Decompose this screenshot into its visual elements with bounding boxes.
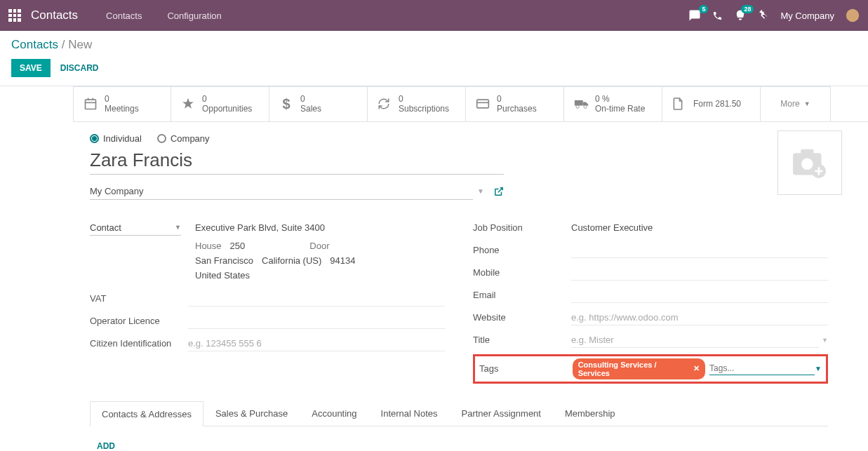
job-label: Job Position	[473, 222, 571, 233]
tag-chip[interactable]: Consulting Services / Services ✕	[573, 358, 705, 379]
radio-unchecked-icon	[157, 134, 166, 143]
image-upload[interactable]	[777, 130, 842, 195]
tags-input[interactable]	[709, 362, 815, 375]
phone-label: Phone	[473, 245, 571, 255]
stat-ontime[interactable]: 0 %On-time Rate	[564, 86, 662, 121]
tab-contacts-addresses[interactable]: Contacts & Addresses	[90, 401, 203, 426]
nav-link-contacts[interactable]: Contacts	[96, 11, 152, 21]
name-input[interactable]	[90, 148, 504, 175]
radio-individual[interactable]: Individual	[90, 133, 142, 144]
website-label: Website	[473, 312, 571, 323]
address-type-select[interactable]: Contact ▼	[90, 220, 181, 236]
svg-point-9	[584, 106, 587, 109]
phone-input[interactable]	[571, 243, 828, 258]
mobile-input[interactable]	[571, 265, 828, 281]
external-link-icon[interactable]	[494, 187, 504, 196]
svg-point-8	[576, 106, 579, 109]
stat-row: 0Meetings 0Opportunities $ 0Sales 0Subsc…	[73, 86, 868, 122]
user-avatar[interactable]	[846, 8, 860, 22]
mobile-label: Mobile	[473, 267, 571, 278]
tab-internal-notes[interactable]: Internal Notes	[369, 400, 450, 426]
svg-rect-5	[477, 100, 489, 109]
city-value[interactable]: San Francisco	[195, 255, 253, 266]
website-input[interactable]	[571, 310, 828, 325]
company-switcher[interactable]: My Company	[780, 11, 834, 21]
chevron-down-icon[interactable]: ▼	[815, 365, 822, 372]
phone-icon[interactable]	[712, 11, 723, 21]
breadcrumb: Contacts / New	[11, 38, 857, 52]
card-icon	[476, 98, 490, 109]
stat-subscriptions[interactable]: 0Subscriptions	[368, 86, 466, 121]
vat-label: VAT	[90, 293, 188, 304]
vat-input[interactable]	[188, 291, 445, 307]
stat-more[interactable]: More ▼	[761, 86, 831, 121]
dollar-icon: $	[279, 96, 293, 112]
form-sheet: Individual Company My Company ▼ Contact …	[73, 122, 845, 451]
chevron-down-icon: ▼	[804, 100, 810, 107]
street-value[interactable]: Executive Park Blvd, Suite 3400	[195, 222, 445, 233]
chevron-down-icon: ▼	[822, 337, 828, 344]
apps-icon[interactable]	[8, 9, 21, 22]
tab-sales-purchase[interactable]: Sales & Purchase	[203, 400, 300, 426]
stat-form281[interactable]: Form 281.50	[662, 86, 761, 121]
svg-point-0	[846, 9, 859, 22]
tab-partner-assignment[interactable]: Partner Assignment	[450, 400, 553, 426]
tags-label: Tags	[479, 363, 573, 374]
radio-company[interactable]: Company	[157, 133, 210, 144]
activities-icon[interactable]: 28	[734, 9, 747, 22]
country-value[interactable]: United States	[195, 270, 250, 281]
add-button[interactable]: ADD	[97, 441, 115, 451]
operator-input[interactable]	[188, 314, 445, 329]
save-button[interactable]: SAVE	[11, 59, 51, 77]
svg-rect-1	[86, 100, 96, 109]
navbar: Contacts Contacts Configuration 5 28 My …	[0, 0, 868, 31]
title-input[interactable]	[571, 332, 819, 348]
refresh-icon	[378, 97, 392, 110]
chevron-down-icon: ▼	[477, 187, 484, 195]
svg-point-12	[801, 158, 813, 170]
email-label: Email	[473, 290, 571, 300]
state-value[interactable]: California (US)	[262, 255, 321, 266]
discard-button[interactable]: DISCARD	[60, 63, 99, 73]
stat-purchases[interactable]: 0Purchases	[466, 86, 564, 121]
star-icon	[181, 97, 195, 111]
calendar-icon	[84, 97, 98, 111]
tab-membership[interactable]: Membership	[553, 400, 627, 426]
email-input[interactable]	[571, 288, 828, 303]
control-panel: Contacts / New SAVE DISCARD	[0, 31, 868, 86]
citizen-label: Citizen Identification	[90, 338, 188, 349]
settings-icon[interactable]	[758, 10, 769, 21]
house-value[interactable]: 250	[230, 241, 246, 251]
tag-remove-icon[interactable]: ✕	[693, 364, 700, 373]
truck-icon	[574, 98, 588, 109]
job-value[interactable]: Customer Executive	[571, 222, 828, 233]
radio-checked-icon	[90, 134, 99, 143]
messaging-icon[interactable]: 5	[688, 9, 701, 22]
operator-label: Operator Licence	[90, 316, 188, 326]
breadcrumb-current: New	[68, 38, 92, 51]
stat-sales[interactable]: $ 0Sales	[269, 86, 368, 121]
svg-rect-7	[575, 100, 583, 106]
tags-field-highlight: Tags Consulting Services / Services ✕ ▼	[473, 354, 828, 384]
messaging-badge: 5	[699, 5, 708, 13]
svg-rect-11	[801, 149, 813, 155]
stat-meetings[interactable]: 0Meetings	[73, 86, 171, 121]
file-icon	[672, 97, 686, 111]
tab-accounting[interactable]: Accounting	[300, 400, 368, 426]
app-brand: Contacts	[31, 8, 78, 22]
stat-opportunities[interactable]: 0Opportunities	[171, 86, 269, 121]
breadcrumb-root[interactable]: Contacts	[11, 38, 58, 51]
chevron-down-icon: ▼	[175, 224, 181, 231]
tabs: Contacts & Addresses Sales & Purchase Ac…	[90, 400, 828, 426]
nav-link-configuration[interactable]: Configuration	[157, 11, 231, 21]
title-label: Title	[473, 335, 571, 345]
company-select[interactable]: My Company	[90, 183, 473, 200]
citizen-input[interactable]	[188, 336, 445, 351]
zip-value[interactable]: 94134	[330, 255, 355, 266]
activities-badge: 28	[741, 5, 754, 13]
